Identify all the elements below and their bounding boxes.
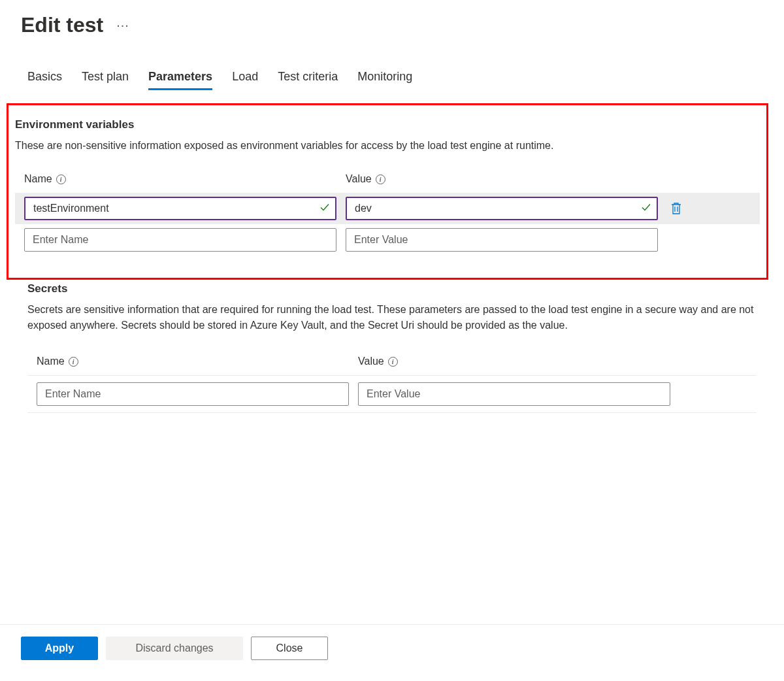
tab-load[interactable]: Load [232,70,258,90]
secrets-name-column-header: Name i [37,356,349,367]
env-name-input[interactable] [24,197,336,220]
secrets-heading: Secrets [27,282,757,295]
more-actions-icon[interactable]: ··· [116,18,129,33]
env-value-header-text: Value [346,173,372,185]
secrets-name-header-text: Name [37,356,65,367]
env-vars-description: These are non-sensitive information expo… [15,138,760,154]
tab-bar: Basics Test plan Parameters Load Test cr… [21,70,763,90]
env-var-empty-row [15,224,760,256]
secret-value-input[interactable] [358,382,670,406]
info-icon[interactable]: i [388,357,398,367]
env-name-column-header: Name i [24,173,336,185]
trash-icon [670,202,682,215]
page-title: Edit test [21,13,103,37]
secrets-value-column-header: Value i [358,356,747,367]
info-icon[interactable]: i [69,357,78,367]
env-value-input-empty[interactable] [346,228,658,252]
secrets-value-header-text: Value [358,356,384,367]
env-name-header-text: Name [24,173,52,185]
env-vars-heading: Environment variables [15,118,760,131]
discard-changes-button[interactable]: Discard changes [106,637,243,660]
secret-name-input[interactable] [37,382,349,406]
env-value-column-header: Value i [346,173,751,185]
env-value-input[interactable] [346,197,658,220]
info-icon[interactable]: i [376,174,385,184]
tab-basics[interactable]: Basics [27,70,62,90]
delete-row-button[interactable] [667,199,685,218]
secrets-description: Secrets are sensitive information that a… [27,302,757,333]
secret-empty-row [27,376,757,413]
highlight-environment-variables: Environment variables These are non-sens… [7,103,768,280]
env-var-row [15,193,760,224]
env-name-input-empty[interactable] [24,228,336,252]
info-icon[interactable]: i [56,174,66,184]
footer-actions: Apply Discard changes Close [0,624,784,660]
apply-button[interactable]: Apply [21,637,98,660]
close-button[interactable]: Close [251,637,328,660]
tab-test-criteria[interactable]: Test criteria [278,70,338,90]
tab-test-plan[interactable]: Test plan [82,70,129,90]
tab-monitoring[interactable]: Monitoring [357,70,412,90]
tab-parameters[interactable]: Parameters [148,70,212,90]
